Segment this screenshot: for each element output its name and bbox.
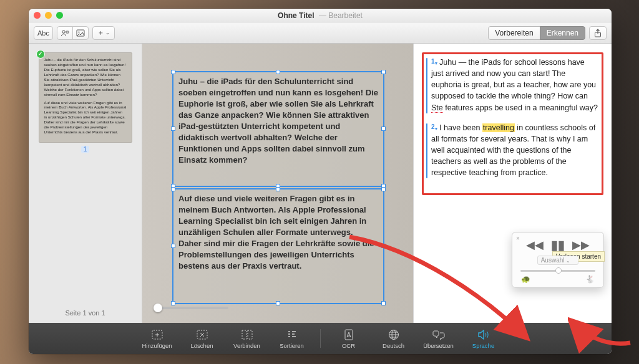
language-button[interactable]: Deutsch [377,328,411,349]
page-thumbnail[interactable]: ✓ Juhu – die iPads für den Schulunterric… [39,52,132,143]
sort-icon [286,328,298,341]
thumb-text-1: Juhu – die iPads für den Schulunterricht… [44,57,127,97]
window-subtitle: — Bearbeitet [319,11,363,20]
recognize-button[interactable]: Erkennen [540,26,585,40]
svg-rect-8 [248,330,252,339]
svg-rect-1 [66,31,69,33]
ocr-button[interactable]: OCR [332,328,366,349]
svg-point-3 [78,31,79,32]
ocr-text-2: Auf diese und viele weiteren Fragen gibt… [178,194,374,271]
speech-button[interactable]: Sprache [467,328,500,349]
connect-button[interactable]: Verbinden [230,328,264,349]
thumb-text-2: Auf diese und viele weiteren Fragen gibt… [44,100,127,135]
mode-toggle: Vorbereiten Erkennen [488,26,585,40]
window-title: Ohne Titel [278,11,314,20]
image-button[interactable] [72,26,89,40]
divider [320,329,321,348]
translation-number: 2 [431,123,435,130]
speak-popup: × ◀◀ ▮▮ ▶▶ Vorlesen starten Auswahl ⌄ 🐢 … [512,232,604,288]
sidebar: ✓ Juhu – die iPads für den Schulunterric… [29,44,142,323]
sort-button[interactable]: Sortieren [275,328,309,349]
zoom-slider[interactable] [154,307,228,309]
share-button[interactable] [589,26,607,40]
delete-region-button[interactable]: Löschen [185,328,219,349]
connect-icon [241,328,253,341]
minimize-icon[interactable] [45,12,52,19]
rewind-icon[interactable]: ◀◀ [526,238,544,252]
canvas[interactable]: Juhu – die iPads für den Schulunterricht… [142,44,413,323]
translation-panel: 1▾ Juhu — the iPads for school lessons h… [413,44,612,323]
window-controls [34,12,63,19]
forward-icon[interactable]: ▶▶ [572,238,590,252]
globe-icon [388,328,399,341]
close-icon[interactable]: × [516,235,520,242]
add-region-button[interactable]: Hinzufügen [140,328,174,349]
add-button[interactable]: ＋ ⌄ [92,26,115,40]
ocr-text-1: Juhu – die iPads für den Schulunterricht… [178,77,378,165]
svg-rect-9 [345,330,353,340]
content-area: ✓ Juhu – die iPads für den Schulunterric… [29,44,612,323]
turtle-icon: 🐢 [521,275,530,284]
ocr-icon [344,328,354,341]
translate-icon [432,328,445,341]
svg-point-0 [62,30,65,32]
ocr-region-2[interactable]: Auf diese und viele weiteren Fragen gibt… [172,188,384,304]
abc-button[interactable]: Abc [34,26,53,40]
titlebar: Ohne Titel — Bearbeitet [29,9,612,22]
check-icon: ✓ [36,50,45,59]
translation-highlight-box: 1▾ Juhu — the iPads for school lessons h… [422,52,603,195]
add-region-icon [151,328,163,341]
bottom-toolbar: Hinzufügen Löschen Verbinden Sortieren [29,323,612,354]
svg-rect-7 [242,330,246,339]
translation-item[interactable]: 2▾ I have been travelling in countless s… [426,122,598,179]
thumbnail-number: 1 [81,146,90,153]
translate-button[interactable]: Übersetzen [422,328,456,349]
delete-region-icon [196,328,208,341]
translation-item[interactable]: 1▾ Juhu — the iPads for school lessons h… [426,57,598,113]
toolbar: Abc ＋ ⌄ Vorbereiten Erkennen [29,22,612,44]
prepare-button[interactable]: Vorbereiten [488,26,540,40]
page-indicator: Seite 1 von 1 [59,303,111,323]
people-button[interactable] [57,26,73,40]
selection-dropdown[interactable]: Auswahl ⌄ [537,256,579,265]
maximize-icon[interactable] [56,12,63,19]
app-window: Ohne Titel — Bearbeitet Abc ＋ ⌄ Vorberei… [29,9,612,354]
speaker-icon [478,328,489,341]
translation-number: 1 [431,58,435,65]
speed-slider[interactable] [520,270,595,272]
pause-icon[interactable]: ▮▮ [551,237,565,252]
ocr-region-1[interactable]: Juhu – die iPads für den Schulunterricht… [172,71,384,187]
close-icon[interactable] [34,12,41,19]
rabbit-icon: 🐇 [585,275,595,284]
